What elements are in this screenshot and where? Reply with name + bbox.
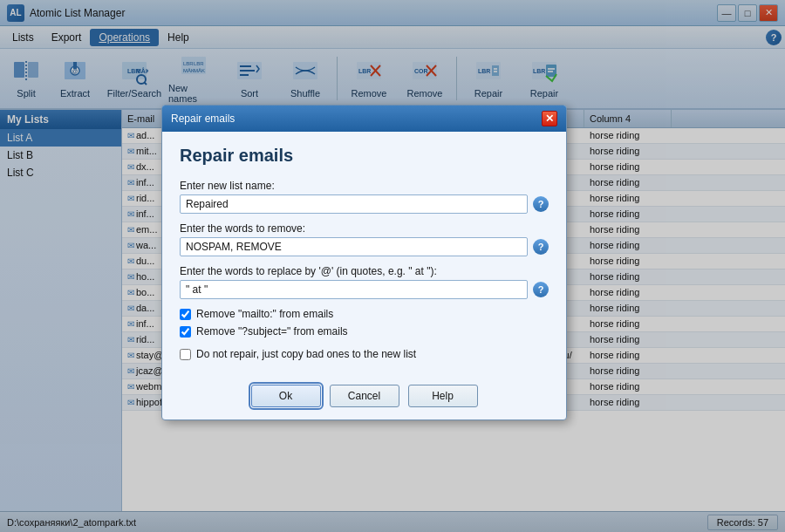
field2-group: Enter the words to remove: ? [180, 222, 549, 256]
dialog-buttons: Ok Cancel Help [162, 376, 566, 419]
field2-label: Enter the words to remove: [180, 222, 549, 235]
field3-group: Enter the words to replace by '@' (in qu… [180, 265, 549, 299]
checkbox2[interactable] [180, 326, 191, 338]
field2-input[interactable] [180, 237, 528, 256]
field1-help-button[interactable]: ? [533, 196, 549, 212]
dialog-title: Repair emails [171, 113, 235, 125]
checkbox1[interactable] [180, 309, 191, 320]
field1-input[interactable] [180, 194, 528, 214]
field1-label: Enter new list name: [180, 180, 549, 192]
cancel-button[interactable]: Cancel [330, 385, 399, 407]
checkbox2-label: Remove "?subject=" from emails [196, 325, 348, 338]
field3-row: ? [180, 280, 549, 299]
field1-group: Enter new list name: ? [180, 180, 549, 214]
ok-button[interactable]: Ok [251, 385, 321, 407]
field3-help-button[interactable]: ? [533, 282, 549, 297]
field3-label: Enter the words to replace by '@' (in qu… [180, 265, 549, 277]
field3-input[interactable] [180, 280, 528, 299]
checkbox2-row: Remove "?subject=" from emails [180, 325, 549, 338]
help-button[interactable]: Help [408, 385, 478, 407]
dialog-content: Repair emails Enter new list name: ? Ent… [162, 132, 566, 376]
dialog-overlay: Repair emails ✕ Repair emails Enter new … [0, 0, 785, 532]
checkbox3-label: Do not repair, just copy bad ones to the… [196, 348, 416, 360]
dialog-heading: Repair emails [180, 146, 549, 166]
dialog-close-button[interactable]: ✕ [542, 111, 557, 126]
checkbox3[interactable] [180, 349, 191, 360]
repair-dialog: Repair emails ✕ Repair emails Enter new … [161, 105, 567, 420]
dialog-titlebar: Repair emails ✕ [162, 106, 566, 132]
field1-row: ? [180, 194, 549, 214]
field2-row: ? [180, 237, 549, 256]
checkbox3-row: Do not repair, just copy bad ones to the… [180, 348, 549, 360]
field2-help-button[interactable]: ? [533, 239, 549, 255]
checkbox1-row: Remove "mailto:" from emails [180, 308, 549, 320]
checkbox1-label: Remove "mailto:" from emails [196, 308, 333, 320]
